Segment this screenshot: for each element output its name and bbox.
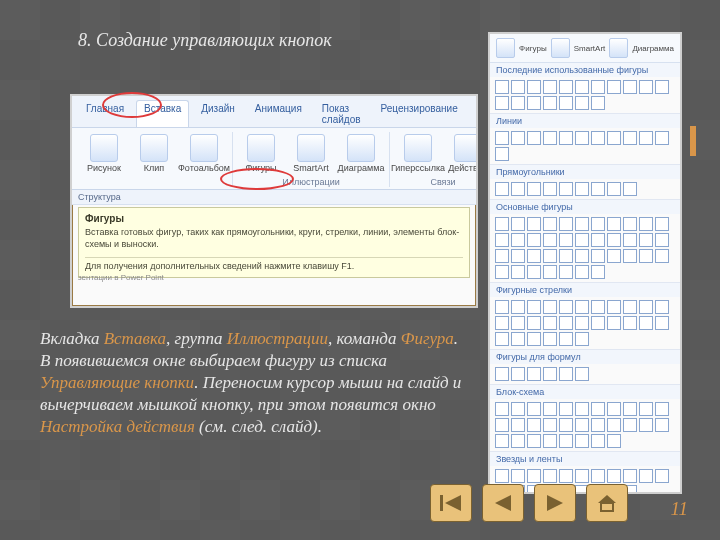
shape-thumb[interactable]: [591, 469, 605, 483]
shape-thumb[interactable]: [639, 418, 653, 432]
shape-thumb[interactable]: [575, 332, 589, 346]
shape-thumb[interactable]: [495, 402, 509, 416]
shape-thumb[interactable]: [559, 402, 573, 416]
shape-thumb[interactable]: [495, 96, 509, 110]
shape-thumb[interactable]: [511, 367, 525, 381]
nav-next-button[interactable]: [534, 484, 576, 522]
ribbon-tab-review[interactable]: Рецензирование: [373, 100, 466, 127]
shape-thumb[interactable]: [543, 402, 557, 416]
shape-thumb[interactable]: [607, 434, 621, 448]
shape-thumb[interactable]: [623, 402, 637, 416]
shape-thumb[interactable]: [495, 217, 509, 231]
shape-thumb[interactable]: [543, 265, 557, 279]
shape-thumb[interactable]: [575, 96, 589, 110]
shape-thumb[interactable]: [655, 80, 669, 94]
shape-thumb[interactable]: [495, 233, 509, 247]
shape-thumb[interactable]: [559, 96, 573, 110]
shape-thumb[interactable]: [559, 217, 573, 231]
shape-thumb[interactable]: [575, 402, 589, 416]
shape-thumb[interactable]: [575, 367, 589, 381]
shape-thumb[interactable]: [543, 332, 557, 346]
shape-thumb[interactable]: [559, 182, 573, 196]
shape-thumb[interactable]: [559, 265, 573, 279]
ribbon-btn-smartart[interactable]: SmartArt: [287, 132, 335, 175]
shape-thumb[interactable]: [559, 233, 573, 247]
shape-thumb[interactable]: [543, 182, 557, 196]
shape-thumb[interactable]: [607, 217, 621, 231]
shape-thumb[interactable]: [607, 182, 621, 196]
shape-thumb[interactable]: [607, 249, 621, 263]
shape-thumb[interactable]: [623, 80, 637, 94]
shape-thumb[interactable]: [543, 217, 557, 231]
shape-thumb[interactable]: [591, 265, 605, 279]
ribbon-btn-hyperlink[interactable]: Гиперссылка: [394, 132, 442, 175]
shape-thumb[interactable]: [639, 316, 653, 330]
ribbon-tab-animation[interactable]: Анимация: [247, 100, 310, 127]
shape-thumb[interactable]: [511, 131, 525, 145]
shape-thumb[interactable]: [527, 367, 541, 381]
shape-thumb[interactable]: [575, 469, 589, 483]
shape-thumb[interactable]: [559, 131, 573, 145]
shape-thumb[interactable]: [575, 418, 589, 432]
shape-thumb[interactable]: [623, 316, 637, 330]
shape-thumb[interactable]: [623, 131, 637, 145]
shape-thumb[interactable]: [591, 233, 605, 247]
shape-thumb[interactable]: [623, 418, 637, 432]
shape-thumb[interactable]: [511, 265, 525, 279]
shape-thumb[interactable]: [639, 300, 653, 314]
shape-thumb[interactable]: [527, 434, 541, 448]
shape-thumb[interactable]: [543, 300, 557, 314]
shape-thumb[interactable]: [543, 418, 557, 432]
shape-thumb[interactable]: [559, 434, 573, 448]
shape-thumb[interactable]: [511, 332, 525, 346]
shape-thumb[interactable]: [623, 182, 637, 196]
shape-thumb[interactable]: [527, 131, 541, 145]
shape-thumb[interactable]: [527, 300, 541, 314]
shape-thumb[interactable]: [559, 418, 573, 432]
shape-thumb[interactable]: [639, 217, 653, 231]
ribbon-tab-slideshow[interactable]: Показ слайдов: [314, 100, 369, 127]
shape-thumb[interactable]: [575, 217, 589, 231]
shape-thumb[interactable]: [639, 233, 653, 247]
shape-thumb[interactable]: [559, 300, 573, 314]
shape-thumb[interactable]: [527, 469, 541, 483]
shape-thumb[interactable]: [575, 80, 589, 94]
shape-thumb[interactable]: [655, 418, 669, 432]
ribbon-btn-chart[interactable]: Диаграмма: [337, 132, 385, 175]
shape-thumb[interactable]: [495, 182, 509, 196]
shape-thumb[interactable]: [527, 316, 541, 330]
shape-thumb[interactable]: [575, 182, 589, 196]
shape-thumb[interactable]: [495, 300, 509, 314]
shape-thumb[interactable]: [639, 249, 653, 263]
shape-thumb[interactable]: [623, 300, 637, 314]
shape-thumb[interactable]: [607, 233, 621, 247]
shape-thumb[interactable]: [543, 249, 557, 263]
shape-thumb[interactable]: [655, 249, 669, 263]
shape-thumb[interactable]: [511, 233, 525, 247]
shape-thumb[interactable]: [543, 469, 557, 483]
shape-thumb[interactable]: [575, 249, 589, 263]
shape-thumb[interactable]: [495, 265, 509, 279]
shape-thumb[interactable]: [543, 96, 557, 110]
ribbon-btn-shapes[interactable]: Фигуры: [237, 132, 285, 175]
shape-thumb[interactable]: [607, 80, 621, 94]
shape-thumb[interactable]: [607, 469, 621, 483]
shape-thumb[interactable]: [575, 131, 589, 145]
shape-thumb[interactable]: [575, 233, 589, 247]
shape-thumb[interactable]: [575, 316, 589, 330]
shape-thumb[interactable]: [591, 316, 605, 330]
shape-thumb[interactable]: [591, 96, 605, 110]
shape-thumb[interactable]: [655, 233, 669, 247]
shape-thumb[interactable]: [511, 96, 525, 110]
outline-tab-structure[interactable]: Структура: [78, 192, 121, 202]
shape-thumb[interactable]: [591, 217, 605, 231]
shape-thumb[interactable]: [527, 233, 541, 247]
shape-thumb[interactable]: [639, 80, 653, 94]
shape-thumb[interactable]: [655, 402, 669, 416]
shape-thumb[interactable]: [511, 217, 525, 231]
shape-thumb[interactable]: [607, 131, 621, 145]
shape-thumb[interactable]: [527, 402, 541, 416]
shape-thumb[interactable]: [495, 418, 509, 432]
shape-thumb[interactable]: [495, 249, 509, 263]
ribbon-btn-clip[interactable]: Клип: [130, 132, 178, 175]
